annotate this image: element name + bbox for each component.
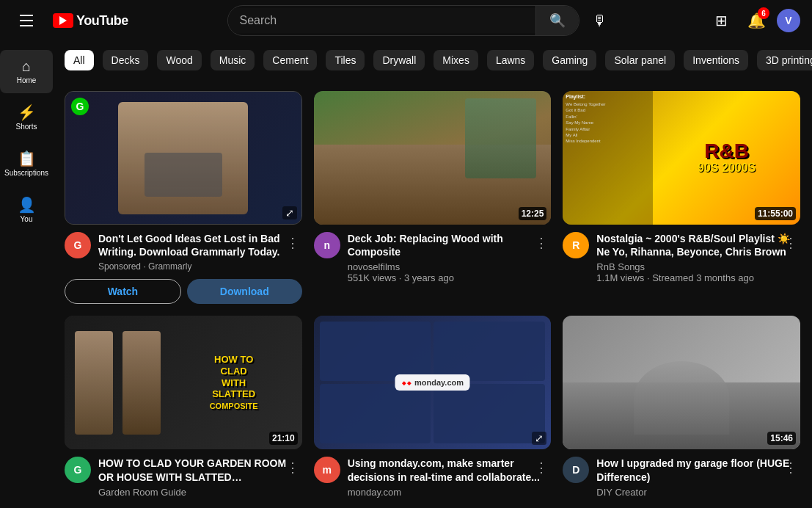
video-duration-clad: 21:10: [269, 432, 298, 445]
sidebar-item-you[interactable]: 👤 You: [0, 189, 53, 232]
more-options-monday[interactable]: ⋮: [532, 457, 551, 479]
more-options-deck[interactable]: ⋮: [532, 232, 551, 254]
thumbnail-monday: ⬥⬥monday.com ⤢: [314, 316, 552, 449]
hamburger-icon: [14, 9, 39, 32]
channel-avatar-rnb: R: [563, 232, 589, 258]
header-right: ⊞ 🔔 6 V: [683, 6, 800, 35]
video-meta-grammarly: G Don't Let Good Ideas Get Lost in Bad W…: [65, 232, 302, 273]
watch-button[interactable]: Watch: [65, 279, 181, 304]
header-center: 🔍 🎙: [164, 5, 677, 36]
avatar[interactable]: V: [777, 9, 800, 32]
expand-icon-monday: ⤢: [532, 432, 546, 445]
video-card-rnb[interactable]: Playlist: We Belong TogetherGot it BadFa…: [563, 91, 800, 304]
channel-avatar-clad: G: [65, 457, 91, 483]
chip-drywall[interactable]: Drywall: [373, 50, 425, 70]
video-card-clad[interactable]: HOW TOCLADWITHSLATTEDCOMPOSITE 21:10 G H…: [65, 316, 302, 497]
thumbnail-clad: HOW TOCLADWITHSLATTEDCOMPOSITE 21:10: [65, 316, 302, 449]
sidebar-label-shorts: Shorts: [16, 123, 37, 131]
more-options-garage[interactable]: ⋮: [781, 457, 800, 479]
video-title-garage: How I upgraded my garage floor (HUGE Dif…: [596, 457, 800, 483]
chip-lawns[interactable]: Lawns: [487, 50, 534, 70]
video-info-garage: How I upgraded my garage floor (HUGE Dif…: [596, 457, 800, 497]
video-info-grammarly: Don't Let Good Ideas Get Lost in Bad Wri…: [98, 232, 302, 273]
video-card-grammarly[interactable]: G ⤢ G Don't Let Good Ideas Get Lost in B…: [65, 91, 302, 304]
youtube-logo[interactable]: YouTube: [53, 13, 128, 29]
sidebar-item-home[interactable]: ⌂ Home: [0, 50, 53, 93]
header: YouTube 🔍 🎙 ⊞ 🔔 6 V: [0, 0, 812, 41]
channel-avatar-deck: n: [314, 232, 340, 258]
notifications-button[interactable]: 🔔 6: [742, 6, 771, 35]
video-duration-rnb: 11:55:00: [755, 207, 796, 220]
chip-decks[interactable]: Decks: [103, 50, 149, 70]
video-card-deck[interactable]: 12:25 n Deck Job: Replacing Wood with Co…: [314, 91, 552, 304]
sidebar-item-shorts[interactable]: ⚡ Shorts: [0, 96, 53, 139]
more-options-grammarly[interactable]: ⋮: [283, 232, 302, 254]
subscriptions-icon: 📋: [18, 151, 36, 166]
search-button[interactable]: 🔍: [535, 6, 579, 35]
video-info-clad: HOW TO CLAD YOUR GARDEN ROOM OR HOUSE WI…: [98, 457, 302, 497]
chip-inventions[interactable]: Inventions: [684, 50, 748, 70]
thumbnail-grammarly: G ⤢: [65, 91, 302, 225]
video-meta-monday: m Using monday.com, make smarter decisio…: [314, 457, 552, 497]
main-content: G ⤢ G Don't Let Good Ideas Get Lost in B…: [53, 79, 812, 508]
video-grid: G ⤢ G Don't Let Good Ideas Get Lost in B…: [65, 91, 800, 498]
video-duration-garage: 15:46: [767, 432, 796, 445]
chip-3dprinting[interactable]: 3D printing: [757, 50, 812, 70]
channel-name-clad: Garden Room Guide: [98, 487, 302, 498]
create-icon: ⊞: [715, 12, 728, 29]
thumbnail-garage: 15:46: [563, 316, 800, 449]
video-duration-deck: 12:25: [519, 207, 547, 220]
channel-avatar-garage: D: [563, 457, 589, 483]
chip-mixes[interactable]: Mixes: [434, 50, 478, 70]
views-rnb: 1.1M views · Streamed 3 months ago: [596, 272, 800, 283]
channel-name-deck: novoselfilms: [348, 261, 552, 272]
video-meta-deck: n Deck Job: Replacing Wood with Composit…: [314, 232, 552, 283]
video-title-rnb: Nostalgia ~ 2000's R&B/Soul Playlist ☀️ …: [596, 232, 800, 258]
create-button[interactable]: ⊞: [706, 6, 736, 35]
download-button[interactable]: Download: [187, 279, 302, 304]
more-options-rnb[interactable]: ⋮: [781, 232, 800, 254]
channel-avatar-grammarly: G: [65, 232, 91, 258]
expand-icon-grammarly: ⤢: [282, 206, 297, 219]
video-title-clad: HOW TO CLAD YOUR GARDEN ROOM OR HOUSE WI…: [98, 457, 302, 483]
channel-avatar-monday: m: [314, 457, 340, 483]
video-card-monday[interactable]: ⬥⬥monday.com ⤢ m Using monday.com, make …: [314, 316, 552, 497]
menu-button[interactable]: [12, 6, 41, 35]
chip-tiles[interactable]: Tiles: [326, 50, 365, 70]
home-icon: ⌂: [22, 59, 31, 73]
video-info-monday: Using monday.com, make smarter decisions…: [348, 457, 552, 497]
video-meta-clad: G HOW TO CLAD YOUR GARDEN ROOM OR HOUSE …: [65, 457, 302, 497]
chip-wood[interactable]: Wood: [157, 50, 201, 70]
search-bar: 🔍: [227, 5, 579, 36]
chip-gaming[interactable]: Gaming: [543, 50, 596, 70]
sidebar-item-subscriptions[interactable]: 📋 Subscriptions: [0, 142, 53, 186]
video-title-grammarly: Don't Let Good Ideas Get Lost in Bad Wri…: [98, 232, 302, 258]
chip-cement[interactable]: Cement: [263, 50, 317, 70]
header-left: YouTube: [12, 6, 158, 35]
chip-all[interactable]: All: [65, 50, 94, 70]
ad-actions-grammarly: Watch Download: [65, 279, 302, 304]
thumbnail-rnb: Playlist: We Belong TogetherGot it BadFa…: [563, 91, 800, 225]
video-title-deck: Deck Job: Replacing Wood with Composite: [348, 232, 552, 258]
search-icon: 🔍: [549, 13, 566, 28]
youtube-logo-icon: [53, 13, 73, 28]
chip-music[interactable]: Music: [211, 50, 255, 70]
channel-name-monday: monday.com: [348, 487, 552, 498]
video-card-garage[interactable]: 15:46 D How I upgraded my garage floor (…: [563, 316, 800, 497]
sidebar: ⌂ Home ⚡ Shorts 📋 Subscriptions 👤 You: [0, 41, 53, 508]
sidebar-label-subscriptions: Subscriptions: [4, 169, 48, 177]
notification-badge: 6: [758, 7, 769, 19]
more-options-clad[interactable]: ⋮: [283, 457, 302, 479]
sidebar-label-home: Home: [17, 76, 37, 84]
filter-bar: All Decks Wood Music Cement Tiles Drywal…: [53, 41, 812, 79]
youtube-logo-text: YouTube: [76, 13, 128, 29]
channel-name-garage: DIY Creator: [596, 487, 800, 498]
shorts-icon: ⚡: [18, 105, 36, 120]
mic-button[interactable]: 🎙: [585, 6, 615, 35]
video-info-deck: Deck Job: Replacing Wood with Composite …: [348, 232, 552, 283]
mic-icon: 🎙: [593, 12, 607, 29]
video-info-rnb: Nostalgia ~ 2000's R&B/Soul Playlist ☀️ …: [596, 232, 800, 283]
chip-solar[interactable]: Solar panel: [605, 50, 675, 70]
you-icon: 👤: [18, 197, 36, 212]
search-input[interactable]: [228, 8, 535, 33]
